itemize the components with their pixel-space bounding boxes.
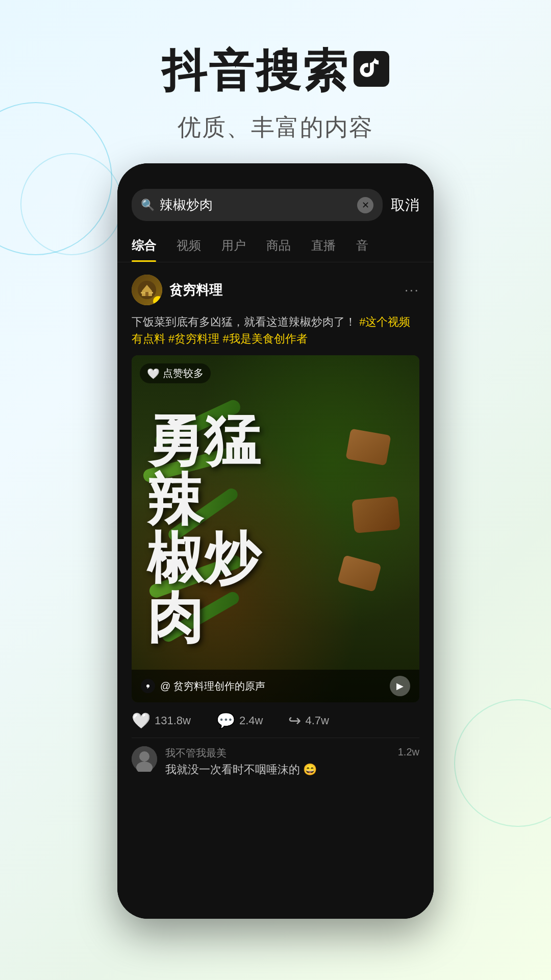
tab-视频[interactable]: 视频	[177, 229, 201, 262]
comment-username: 我不管我最美	[165, 746, 390, 760]
shares-count: 4.7w	[305, 714, 329, 727]
overlay-line-3: 椒炒	[147, 529, 261, 588]
overlay-line-4: 肉	[147, 588, 261, 647]
tab-直播[interactable]: 直播	[311, 229, 336, 262]
shares-button[interactable]: ↪ 4.7w	[288, 712, 329, 729]
search-query[interactable]: 辣椒炒肉	[160, 196, 352, 214]
video-overlay-text: 勇猛 辣 椒炒 肉	[132, 355, 419, 702]
title-row: 抖音搜索	[0, 41, 551, 102]
phone-screen: 🔍 辣椒炒肉 ✕ 取消 综合 视频 用户 商品 直播 音	[117, 163, 434, 919]
likes-count: 131.8w	[155, 714, 191, 727]
overlay-line-2: 辣	[147, 470, 261, 529]
tab-综合[interactable]: 综合	[132, 229, 156, 262]
music-bar: ♪ @ 贫穷料理创作的原声 ▶	[132, 670, 419, 702]
overlay-line-1: 勇猛	[147, 411, 261, 470]
likes-button[interactable]: 🤍 131.8w	[132, 712, 191, 729]
header-section: 抖音搜索 优质、丰富的内容	[0, 0, 551, 174]
svg-rect-4	[145, 292, 148, 296]
heart-icon: 🤍	[147, 368, 160, 380]
search-icon: 🔍	[141, 199, 155, 212]
tab-用户[interactable]: 用户	[221, 229, 246, 262]
comment-preview: 我不管我最美 我就没一次看时不咽唾沫的 😄 1.2w	[132, 738, 419, 786]
comments-button[interactable]: 💬 2.4w	[216, 712, 263, 729]
post-user-info: ✓ 贫穷料理	[132, 275, 222, 305]
bg-decoration-3	[454, 699, 551, 827]
tab-音[interactable]: 音	[356, 229, 368, 262]
post-card: ✓ 贫穷料理 ··· 下饭菜到底有多凶猛，就看这道辣椒炒肉了！ #这个视频有点料…	[117, 262, 434, 786]
post-description: 下饭菜到底有多凶猛，就看这道辣椒炒肉了！ #这个视频有点料 #贫穷料理 #我是美…	[132, 313, 419, 347]
tabs-container: 综合 视频 用户 商品 直播 音	[117, 229, 434, 262]
tab-商品[interactable]: 商品	[266, 229, 291, 262]
svg-text:♪: ♪	[147, 684, 149, 690]
comment-count: 1.2w	[398, 746, 419, 758]
play-button[interactable]: ▶	[390, 676, 410, 696]
likes-badge: 🤍 点赞较多	[140, 363, 211, 383]
search-clear-button[interactable]: ✕	[357, 197, 373, 213]
comment-text: 我就没一次看时不咽唾沫的 😄	[165, 762, 390, 778]
comments-count: 2.4w	[239, 714, 263, 727]
comment-icon: 💬	[216, 712, 235, 729]
share-icon: ↪	[288, 712, 301, 729]
search-cancel-button[interactable]: 取消	[391, 195, 419, 215]
more-options-button[interactable]: ···	[405, 282, 419, 298]
heart-icon: 🤍	[132, 712, 151, 729]
likes-badge-label: 点赞较多	[163, 366, 204, 380]
search-input-wrapper[interactable]: 🔍 辣椒炒肉 ✕	[132, 189, 383, 221]
video-thumbnail: 勇猛 辣 椒炒 肉 🤍 点赞较多	[132, 355, 419, 702]
interaction-bar: 🤍 131.8w 💬 2.4w ↪ 4.7w	[132, 702, 419, 738]
username[interactable]: 贫穷料理	[169, 281, 222, 299]
app-title: 抖音搜索	[162, 41, 349, 102]
video-container[interactable]: 勇猛 辣 椒炒 肉 🤍 点赞较多	[132, 355, 419, 702]
music-icon: ♪	[141, 679, 155, 693]
svg-point-9	[139, 751, 149, 762]
comment-content: 我不管我最美 我就没一次看时不咽唾沫的 😄	[165, 746, 390, 778]
post-header: ✓ 贫穷料理 ···	[132, 275, 419, 305]
avatar[interactable]: ✓	[132, 275, 162, 305]
tiktok-logo	[354, 51, 389, 87]
verified-badge: ✓	[153, 296, 162, 305]
phone-mockup: 🔍 辣椒炒肉 ✕ 取消 综合 视频 用户 商品 直播 音	[117, 163, 434, 919]
search-bar-container: 🔍 辣椒炒肉 ✕ 取消	[117, 163, 434, 229]
music-text: @ 贫穷料理创作的原声	[160, 679, 385, 693]
content-area: ✓ 贫穷料理 ··· 下饭菜到底有多凶猛，就看这道辣椒炒肉了！ #这个视频有点料…	[117, 262, 434, 919]
app-subtitle: 优质、丰富的内容	[0, 112, 551, 143]
comment-avatar	[132, 746, 157, 772]
